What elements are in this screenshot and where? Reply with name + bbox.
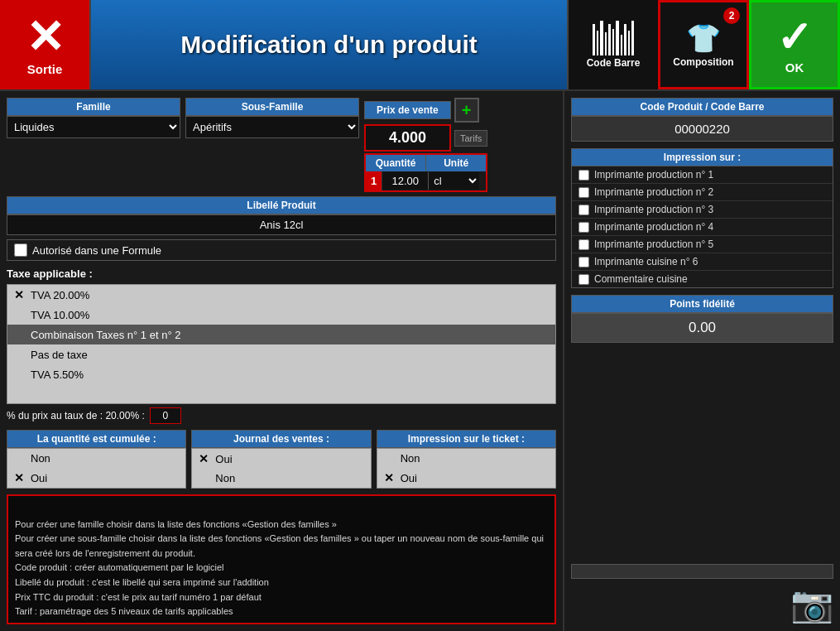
info-line-7: Tarif : paramétrage des 5 niveaux de tar…: [15, 605, 548, 619]
taxe-label-5: [31, 388, 34, 400]
taxe-item-1[interactable]: TVA 10.00%: [7, 305, 555, 325]
qc-non-item[interactable]: Non: [7, 449, 185, 468]
qu-block: Quantité Unité 1 cl L kg g pcs: [364, 153, 487, 192]
progress-bar: [571, 564, 833, 579]
imp-label-2: Imprimante production n° 3: [594, 204, 713, 215]
impression-sur-list: Imprimante production n° 1 Imprimante pr…: [571, 166, 833, 288]
taxe-item-5[interactable]: [7, 384, 555, 403]
imp-label-0: Imprimante production n° 1: [594, 169, 713, 181]
camera-icon-area[interactable]: 📷: [571, 584, 833, 624]
libelle-input[interactable]: [7, 214, 556, 235]
imp-checkbox-3[interactable]: [578, 222, 589, 233]
impression-ticket-block: Impression sur le ticket : Non ✕ Oui: [377, 430, 556, 489]
prix-quantite-block: Prix de vente + Tarifs Quantité Unité 1: [364, 98, 487, 192]
taxe-item-4[interactable]: TVA 5.50%: [7, 364, 555, 384]
prix-header-row: Prix de vente +: [364, 98, 487, 123]
quantite-cumulee-title: La quantité est cumulée :: [7, 430, 186, 448]
taxe-list: ✕ TVA 20.00% TVA 10.00% Combinaison Taxe…: [7, 284, 556, 404]
imp-checkbox-1[interactable]: [578, 187, 589, 198]
imp-item-0[interactable]: Imprimante production n° 1: [572, 166, 833, 184]
libelle-label: Libellé Produit: [7, 196, 556, 214]
impression-ticket-options: Non ✕ Oui: [377, 448, 556, 489]
qu-labels-row: Quantité Unité: [366, 155, 486, 171]
it-non-item[interactable]: Non: [377, 449, 555, 468]
top-row: Famille Liquides Sous-Famille Apéritifs …: [7, 98, 556, 192]
taxe-item-3[interactable]: Pas de taxe: [7, 344, 555, 364]
autorise-row: Autorisé dans une Formule: [7, 239, 556, 261]
qc-non-label: Non: [31, 452, 50, 465]
plus-button[interactable]: +: [454, 98, 479, 123]
composition-icon: 👕: [686, 22, 721, 55]
page-title: Modification d'un produit: [180, 31, 478, 59]
imp-checkbox-6[interactable]: [578, 274, 589, 285]
imp-label-5: Imprimante cuisine n° 6: [594, 256, 698, 267]
info-line-1: [15, 503, 548, 518]
it-non-label: Non: [401, 452, 420, 465]
taxe-item-0[interactable]: ✕ TVA 20.00%: [7, 285, 555, 305]
imp-item-4[interactable]: Imprimante production n° 5: [572, 236, 833, 253]
imp-item-3[interactable]: Imprimante production n° 4: [572, 219, 833, 236]
info-line-3: Pour créer une sous-famille choisir dans…: [15, 532, 548, 561]
imp-checkbox-0[interactable]: [578, 170, 589, 181]
codebarre-button[interactable]: Code Barre: [567, 0, 658, 89]
imp-label-6: Commentaire cuisine: [594, 273, 688, 285]
info-line-2: Pour créer une famille choisir dans la l…: [15, 518, 548, 532]
taux-input[interactable]: [150, 407, 181, 424]
taxe-item-2[interactable]: Combinaison Taxes n° 1 et n° 2: [7, 325, 555, 344]
prix-input[interactable]: [364, 124, 451, 152]
left-panel: Famille Liquides Sous-Famille Apéritifs …: [0, 91, 563, 631]
qty-value[interactable]: [382, 172, 428, 190]
journal-ventes-block: Journal des ventes : ✕ Oui Non: [191, 430, 371, 489]
exit-button[interactable]: ✕ Sortie: [0, 0, 91, 89]
famille-label: Famille: [7, 98, 180, 116]
info-box: Pour créer une famille choisir dans la l…: [7, 494, 556, 624]
famille-select[interactable]: Liquides: [7, 116, 180, 138]
imp-item-1[interactable]: Imprimante production n° 2: [572, 184, 833, 201]
autorise-checkbox[interactable]: [14, 243, 27, 257]
taxe-title: Taxe applicable :: [7, 265, 556, 282]
main-content: Famille Liquides Sous-Famille Apéritifs …: [0, 91, 840, 631]
imp-checkbox-2[interactable]: [578, 205, 589, 215]
imp-item-2[interactable]: Imprimante production n° 3: [572, 201, 833, 219]
it-oui-item[interactable]: ✕ Oui: [377, 468, 555, 488]
taxe-label-1: TVA 10.00%: [31, 309, 89, 321]
codebarre-label: Code Barre: [587, 57, 641, 69]
taxe-label-0: TVA 20.00%: [31, 289, 89, 301]
check-icon: ✓: [776, 16, 813, 59]
jv-oui-item[interactable]: ✕ Oui: [192, 449, 370, 469]
jv-non-item[interactable]: Non: [192, 469, 370, 488]
imp-item-5[interactable]: Imprimante cuisine n° 6: [572, 253, 833, 271]
unite-label: Unité: [426, 155, 486, 171]
taxe-block: Taxe applicable : ✕ TVA 20.00% TVA 10.00…: [7, 265, 556, 424]
sous-famille-label: Sous-Famille: [185, 98, 359, 116]
right-panel: Code Produit / Code Barre 00000220 Impre…: [563, 91, 840, 631]
composition-button[interactable]: 2 👕 Composition: [658, 0, 749, 89]
taxe-x-mark-0: ✕: [14, 288, 26, 301]
qty-number: 1: [366, 171, 382, 190]
badge: 2: [723, 7, 740, 24]
journal-ventes-options: ✕ Oui Non: [191, 448, 371, 489]
bottom-radios-row: La quantité est cumulée : Non ✕ Oui Jour…: [7, 430, 556, 489]
it-oui-label: Oui: [401, 472, 417, 484]
header: ✕ Sortie Modification d'un produit Code …: [0, 0, 840, 91]
points-fidelite-block: Points fidélité 0.00: [571, 295, 833, 343]
unite-select[interactable]: cl L kg g pcs: [428, 172, 479, 190]
info-line-8: Point de fidélité : pour cumuler un nomb…: [15, 619, 548, 624]
qu-inputs-row: 1 cl L kg g pcs: [366, 171, 486, 190]
qc-oui-label: Oui: [31, 472, 47, 484]
composition-label: Composition: [673, 56, 733, 68]
tarifs-button[interactable]: Tarifs: [454, 130, 487, 147]
imp-checkbox-4[interactable]: [578, 239, 589, 250]
ok-button[interactable]: ✓ OK: [749, 0, 840, 89]
prix-label: Prix de vente: [364, 101, 451, 119]
info-line-6: Prix TTC du produit : c'est le prix au t…: [15, 590, 548, 605]
exit-label: Sortie: [27, 62, 63, 76]
taxe-label-4: TVA 5.50%: [31, 368, 84, 381]
taux-row: % du prix au taux de : 20.00% :: [7, 407, 556, 424]
sous-famille-select[interactable]: Apéritifs: [185, 116, 359, 138]
code-produit-value: 00000220: [571, 116, 833, 142]
imp-item-6[interactable]: Commentaire cuisine: [572, 271, 833, 287]
qc-oui-item[interactable]: ✕ Oui: [7, 468, 185, 488]
taxe-x-mark-3: [14, 348, 26, 361]
imp-checkbox-5[interactable]: [578, 257, 589, 267]
